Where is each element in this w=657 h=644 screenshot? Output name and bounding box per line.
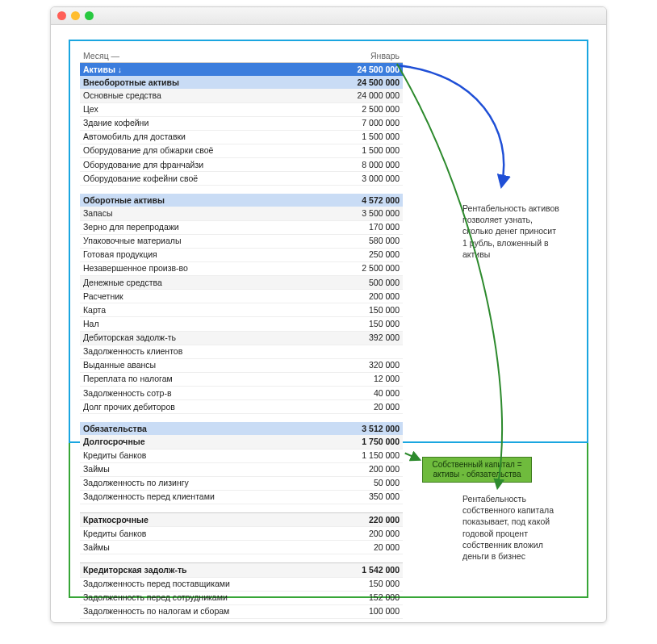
row-label: Зерно для перепродажи — [83, 222, 335, 232]
row-label: Дебиторская задолж-ть — [83, 332, 335, 343]
table-row: Автомобиль для доставки1 500 000 — [80, 131, 403, 144]
row-label: Оборудование для франчайзи — [83, 160, 335, 170]
table-row: Здание кофейни7 000 000 — [80, 117, 403, 131]
table-row: Кредиты банков200 000 — [80, 527, 403, 541]
row-value: 24 000 000 — [335, 90, 400, 101]
row-value: 500 000 — [335, 278, 400, 288]
table-row: Упаковочные материалы580 000 — [80, 235, 403, 249]
row-label: Выданные авансы — [83, 360, 335, 370]
row-value: 170 000 — [335, 222, 400, 232]
row-label: Расчетник — [83, 291, 335, 302]
payable-header: Кредиторская задолж-ть 1 542 000 — [80, 562, 403, 577]
row-value: 392 000 — [335, 332, 400, 343]
row-label: Упаковочные материалы — [83, 236, 335, 246]
row-value: 320 000 — [335, 360, 400, 370]
row-label: Задолженность перед клиентами — [83, 491, 335, 502]
app-window: Месяц — Январь Активы ↓ 24 500 000 Внеоб… — [50, 6, 607, 623]
row-label: Автомобиль для доставки — [83, 132, 335, 142]
maximize-icon[interactable] — [85, 11, 94, 20]
row-label: Здание кофейни — [83, 118, 335, 128]
table-row: Выданные авансы320 000 — [80, 359, 403, 373]
table-row: Оборудование кофейни своё3 000 000 — [80, 172, 403, 186]
row-value: 200 000 — [335, 529, 400, 539]
table-row: Расчетник200 000 — [80, 290, 403, 303]
table-row: Задолженность перед клиентами350 000 — [80, 491, 403, 504]
table-row: Карта150 000 — [80, 303, 403, 317]
row-label: Задолженность сотр-в — [83, 388, 335, 399]
noncurrent-header: Внеоборотные активы 24 500 000 — [80, 76, 403, 89]
row-label: Задолженность по налогам и сборам — [83, 606, 335, 617]
row-label: Цех — [83, 104, 335, 115]
row-value: 200 000 — [335, 291, 400, 302]
row-label: Переплата по налогам — [83, 374, 335, 384]
table-row: Зерно для перепродажи170 000 — [80, 221, 403, 235]
row-label: Займы — [83, 542, 335, 553]
content-area: Месяц — Январь Активы ↓ 24 500 000 Внеоб… — [51, 25, 606, 622]
table-row: Задолженность по налогам и сборам100 000 — [80, 605, 403, 619]
arrow-roa — [397, 65, 504, 186]
row-label: Займы — [83, 464, 335, 475]
assets-total-row: Активы ↓ 24 500 000 — [80, 63, 403, 76]
row-label: Задолженность перед сотрудниками — [83, 592, 335, 603]
roa-note: Рентабельность активов позволяет узнать,… — [462, 203, 559, 260]
row-label: Долг прочих дебиторов — [83, 402, 335, 412]
row-value: 50 000 — [335, 478, 400, 488]
row-label: Оборудование для обжарки своё — [83, 145, 335, 156]
row-value: 1 150 000 — [335, 450, 400, 461]
table-row: Дебиторская задолж-ть392 000 — [80, 332, 403, 345]
row-value: 150 000 — [335, 579, 400, 589]
row-label: Оборудование кофейни своё — [83, 174, 335, 184]
roe-note: Рентабельность собственного капитала пок… — [462, 493, 559, 562]
close-icon[interactable] — [57, 11, 66, 20]
table-row: Нал150 000 — [80, 317, 403, 331]
month-value: Январь — [335, 51, 400, 61]
table-row: Цех2 500 000 — [80, 103, 403, 117]
row-label: Готовая продукция — [83, 249, 335, 260]
table-row: Задолженность клиентов — [80, 345, 403, 359]
arrow-equity-badge — [405, 454, 420, 460]
balance-table: Месяц — Январь Активы ↓ 24 500 000 Внеоб… — [80, 49, 403, 619]
month-label: Месяц — — [83, 51, 335, 61]
row-label: Задолженность клиентов — [83, 346, 335, 357]
arrow-roe — [397, 64, 502, 487]
row-label: Незавершенное произв-во — [83, 263, 335, 274]
assets-total: 24 500 000 — [335, 65, 400, 75]
table-row: Займы20 000 — [80, 541, 403, 554]
row-label: Задолженность по лизингу — [83, 478, 335, 488]
spacer — [80, 414, 403, 422]
table-row: Готовая продукция250 000 — [80, 249, 403, 262]
row-value: 20 000 — [335, 542, 400, 553]
current-header: Оборотные активы 4 572 000 — [80, 194, 403, 207]
row-value: 3 500 000 — [335, 208, 400, 219]
table-row: Задолженность сотр-в40 000 — [80, 387, 403, 400]
equity-formula-badge: Собственный капитал = активы - обязатель… — [422, 457, 532, 483]
spacer — [80, 504, 403, 512]
row-value: 100 000 — [335, 606, 400, 617]
table-row: Кредиты банков1 150 000 — [80, 450, 403, 463]
row-value: 150 000 — [335, 305, 400, 316]
row-label: Нал — [83, 319, 335, 329]
row-label: Основные средства — [83, 90, 335, 101]
row-value: 200 000 — [335, 464, 400, 475]
table-row: Задолженность по лизингу50 000 — [80, 477, 403, 491]
table-row: Задолженность перед сотрудниками152 000 — [80, 592, 403, 605]
liabilities-header: Обязательства 3 512 000 — [80, 422, 403, 435]
spacer — [80, 186, 403, 194]
row-value: 20 000 — [335, 402, 400, 412]
row-value: 12 000 — [335, 374, 400, 384]
table-row: Запасы3 500 000 — [80, 207, 403, 220]
row-value: 350 000 — [335, 491, 400, 502]
table-row: Незавершенное произв-во2 500 000 — [80, 262, 403, 276]
row-value: 3 000 000 — [335, 174, 400, 184]
row-value: 152 000 — [335, 592, 400, 603]
row-label: Денежные средства — [83, 278, 335, 288]
row-value: 250 000 — [335, 249, 400, 260]
row-value: 2 500 000 — [335, 263, 400, 274]
table-header: Месяц — Январь — [80, 49, 403, 63]
spacer — [80, 554, 403, 562]
row-label: Карта — [83, 305, 335, 316]
row-value: 1 500 000 — [335, 145, 400, 156]
minimize-icon[interactable] — [71, 11, 80, 20]
row-value: 7 000 000 — [335, 118, 400, 128]
table-row: Займы200 000 — [80, 463, 403, 477]
